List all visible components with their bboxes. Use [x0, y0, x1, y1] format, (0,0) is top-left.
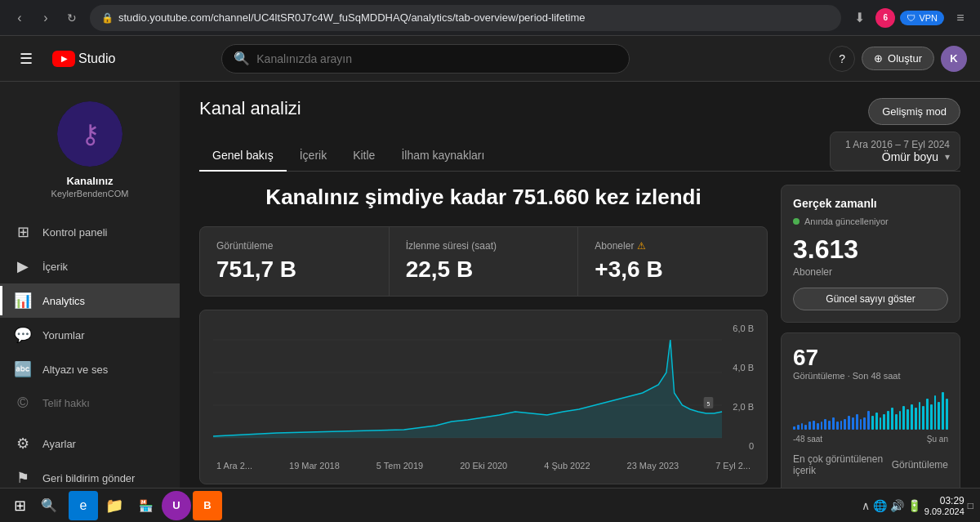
stat-label-views: Görüntüleme — [216, 240, 372, 252]
mini-bar-item — [946, 399, 948, 430]
sidebar: ⚷ Kanalınız KeylerBendenCOM ⊞ Kontrol pa… — [0, 82, 180, 488]
network-icon[interactable]: 🌐 — [873, 499, 887, 512]
taskbar-time[interactable]: 03:29 9.09.2024 — [924, 495, 964, 516]
taskbar-search-button[interactable]: 🔍 — [36, 493, 62, 519]
hamburger-menu[interactable]: ☰ — [13, 43, 39, 74]
back-button[interactable]: ‹ — [8, 7, 31, 29]
mini-bar-labels: -48 saat Şu an — [793, 435, 948, 444]
channel-avatar-symbol: ⚷ — [81, 118, 100, 149]
chart-container: 5 6,0 B 4,0 B 2,0 B 0 1 Ara 2... 19 Mar … — [199, 310, 768, 484]
stat-card-views: Görüntüleme 751,7 B — [200, 227, 390, 296]
mini-bar-item — [844, 419, 846, 430]
youtube-studio-logo[interactable]: Studio — [52, 51, 115, 67]
x-label-3: 20 Eki 2020 — [460, 461, 507, 471]
copyright-icon: © — [13, 395, 33, 412]
mini-bar-item — [836, 422, 839, 430]
views-panel: 67 Görüntüleme · Son 48 saat -48 saat Şu… — [781, 332, 960, 488]
battery-icon[interactable]: 🔋 — [907, 499, 921, 512]
channel-avatar[interactable]: ⚷ — [57, 101, 122, 167]
x-label-6: 7 Eyl 2... — [715, 461, 751, 471]
notification-bell-icon[interactable]: □ — [968, 500, 973, 511]
sidebar-item-feedback[interactable]: ⚑ Geri bildirim gönder — [0, 461, 180, 488]
notification-area: ∧ 🌐 🔊 🔋 — [862, 499, 921, 512]
tab-content[interactable]: İçerik — [287, 141, 340, 172]
views-count: 67 — [793, 345, 948, 371]
analytics-content: Kanalınız şimdiye kadar 751.660 kez izle… — [199, 185, 960, 488]
speaker-icon[interactable]: 🔊 — [890, 499, 904, 512]
body-layout: ⚷ Kanalınız KeylerBendenCOM ⊞ Kontrol pa… — [0, 82, 980, 488]
sidebar-item-dashboard[interactable]: ⊞ Kontrol paneli — [0, 215, 180, 249]
search-input[interactable] — [256, 52, 617, 65]
sidebar-item-label: Yorumlar — [42, 329, 85, 341]
channel-name: Kanalınız — [66, 175, 113, 187]
show-count-button[interactable]: Güncel sayıyı göster — [793, 288, 948, 310]
menu-button[interactable]: ≡ — [949, 7, 972, 29]
taskbar-app-u[interactable]: U — [162, 491, 191, 520]
taskbar-edge[interactable]: e — [69, 491, 98, 520]
chart-y-axis: 6,0 B 4,0 B 2,0 B 0 — [733, 323, 754, 451]
sidebar-item-content[interactable]: ▶ İçerik — [0, 249, 180, 283]
tab-overview[interactable]: Genel bakış — [199, 141, 287, 172]
channel-avatar-inner: ⚷ — [57, 101, 122, 167]
sidebar-item-analytics[interactable]: 📊 Analytics — [0, 283, 180, 318]
taskbar-folder[interactable]: 📁 — [100, 491, 129, 520]
start-button[interactable]: ⊞ — [7, 493, 33, 519]
subtitles-icon: 🔤 — [13, 360, 33, 378]
channel-handle: KeylerBendenCOM — [51, 189, 129, 199]
stat-value-watchtime: 22,5 B — [406, 257, 562, 283]
bar-time-from: -48 saat — [793, 435, 822, 444]
sidebar-item-comments[interactable]: 💬 Yorumlar — [0, 318, 180, 352]
content-icon: ▶ — [13, 257, 33, 275]
mini-bar-item — [902, 406, 905, 430]
mini-bar-item — [852, 417, 854, 430]
search-icon: 🔍 — [234, 51, 250, 66]
mini-bar-item — [821, 422, 823, 430]
realtime-panel: Gerçek zamanlı Anında güncelleniyor 3.61… — [781, 185, 960, 323]
mini-bar-item — [832, 417, 835, 430]
mini-bar-item — [808, 422, 811, 430]
feedback-icon: ⚑ — [13, 469, 33, 487]
search-bar[interactable]: 🔍 — [221, 44, 630, 74]
stat-value-views: 751,7 B — [216, 257, 372, 283]
download-button[interactable]: ⬇ — [848, 7, 871, 29]
advanced-mode-button[interactable]: Gelişmiş mod — [868, 98, 960, 125]
create-button[interactable]: ⊕ Oluştur — [862, 47, 934, 70]
stat-label-subscribers: Aboneler ⚠ — [595, 240, 751, 252]
url-input[interactable] — [118, 11, 830, 24]
mini-bar-item — [817, 423, 819, 430]
sidebar-item-label: Analytics — [42, 295, 85, 307]
browser-nav-buttons: ‹ › ↻ — [8, 7, 83, 29]
mini-bar-item — [871, 416, 874, 430]
lock-icon: 🔒 — [101, 12, 114, 24]
mini-bar-item — [899, 411, 902, 430]
avatar[interactable]: K — [941, 46, 967, 72]
mini-bar-item — [793, 426, 795, 430]
mini-bar-item — [863, 417, 866, 430]
mini-bar-item — [922, 406, 924, 430]
taskbar-brave[interactable]: B — [193, 491, 222, 520]
analytics-sidebar-panel: Gerçek zamanlı Anında güncelleniyor 3.61… — [781, 185, 960, 488]
refresh-button[interactable]: ↻ — [60, 7, 83, 29]
help-button[interactable]: ? — [829, 46, 855, 72]
sidebar-item-subtitles[interactable]: 🔤 Altyazı ve ses — [0, 352, 180, 386]
realtime-live: Anında güncelleniyor — [793, 216, 948, 226]
channel-section: ⚷ Kanalınız KeylerBendenCOM — [0, 88, 180, 208]
sidebar-item-settings[interactable]: ⚙ Ayarlar — [0, 426, 180, 461]
sidebar-item-label: Geri bildirim gönder — [42, 472, 135, 484]
address-bar[interactable]: 🔒 — [90, 5, 841, 31]
mini-bar-item — [942, 392, 944, 430]
mini-bar-item — [883, 414, 885, 430]
forward-button[interactable]: › — [34, 7, 57, 29]
app-container: ☰ Studio 🔍 ? ⊕ Oluştur K ⚷ — [0, 36, 980, 488]
period-selector[interactable]: 1 Ara 2016 – 7 Eyl 2024 Ömür boyu ▾ — [830, 132, 960, 171]
browser-chrome: ‹ › ↻ 🔒 ⬇ 6 🛡 VPN ≡ — [0, 0, 980, 36]
tab-inspiration[interactable]: İlham kaynakları — [388, 141, 497, 172]
vpn-badge[interactable]: 🛡 VPN — [900, 11, 944, 25]
sidebar-item-copyright[interactable]: © Telif hakkı — [0, 386, 180, 420]
taskbar-store[interactable]: 🏪 — [131, 491, 160, 520]
content-item-1[interactable]: Instagramda Takip Etm... 48 — [793, 483, 948, 488]
extension-icon[interactable]: 6 — [875, 8, 895, 28]
realtime-title: Gerçek zamanlı — [793, 197, 877, 210]
tab-audience[interactable]: Kitle — [340, 141, 388, 172]
chevron-up-icon[interactable]: ∧ — [862, 499, 870, 512]
